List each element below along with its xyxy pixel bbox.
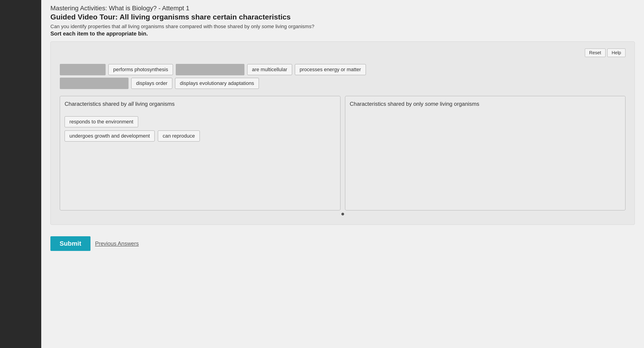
bin-all-item-reproduce[interactable]: can reproduce bbox=[158, 130, 200, 141]
bin-all-item-responds[interactable]: responds to the environment bbox=[64, 116, 138, 127]
bin-all-items: responds to the environment undergoes gr… bbox=[64, 112, 336, 141]
main-content: Mastering Activities: What is Biology? -… bbox=[41, 0, 644, 348]
item-evolutionary[interactable]: displays evolutionary adaptations bbox=[175, 78, 259, 89]
bin-all-row-2: undergoes growth and development can rep… bbox=[64, 130, 200, 141]
bin-all-title: Characteristics shared by all living org… bbox=[64, 101, 336, 107]
bins-container: Characteristics shared by all living org… bbox=[60, 96, 626, 210]
sort-instruction: Sort each item to the appropriate bin. bbox=[50, 30, 635, 37]
page-header: Mastering Activities: What is Biology? -… bbox=[50, 4, 635, 37]
placeholder-1 bbox=[60, 64, 106, 75]
bottom-bar: Submit Previous Answers bbox=[50, 232, 635, 256]
bin-some-title: Characteristics shared by only some livi… bbox=[350, 101, 621, 107]
activity-subtitle: Guided Video Tour: All living organisms … bbox=[50, 13, 635, 21]
sorting-area: Reset Help performs photosynthesis are m… bbox=[50, 41, 635, 225]
placeholder-2 bbox=[176, 64, 244, 75]
bin-some[interactable]: Characteristics shared by only some livi… bbox=[345, 96, 626, 210]
sidebar bbox=[0, 0, 41, 348]
submit-button[interactable]: Submit bbox=[50, 236, 90, 251]
top-controls: Reset Help bbox=[60, 48, 626, 57]
bin-all-item-undergoes[interactable]: undergoes growth and development bbox=[64, 130, 155, 141]
reset-button[interactable]: Reset bbox=[585, 48, 606, 57]
item-photosynthesis[interactable]: performs photosynthesis bbox=[108, 64, 173, 75]
help-button[interactable]: Help bbox=[607, 48, 626, 57]
instructions: Can you identify properties that all liv… bbox=[50, 23, 635, 29]
previous-answers-link[interactable]: Previous Answers bbox=[95, 240, 139, 247]
bin-some-items bbox=[350, 112, 621, 116]
dot-indicator bbox=[341, 213, 344, 215]
item-processes-energy[interactable]: processes energy or matter bbox=[295, 64, 366, 75]
items-bank: performs photosynthesis are multicellula… bbox=[60, 62, 626, 96]
placeholder-3 bbox=[60, 78, 128, 89]
items-row-2: displays order displays evolutionary ada… bbox=[60, 78, 626, 89]
bin-all[interactable]: Characteristics shared by all living org… bbox=[60, 96, 340, 210]
activity-title: Mastering Activities: What is Biology? -… bbox=[50, 4, 635, 12]
item-multicellular[interactable]: are multicellular bbox=[247, 64, 292, 75]
item-displays-order[interactable]: displays order bbox=[131, 78, 172, 89]
items-row-1: performs photosynthesis are multicellula… bbox=[60, 64, 626, 75]
